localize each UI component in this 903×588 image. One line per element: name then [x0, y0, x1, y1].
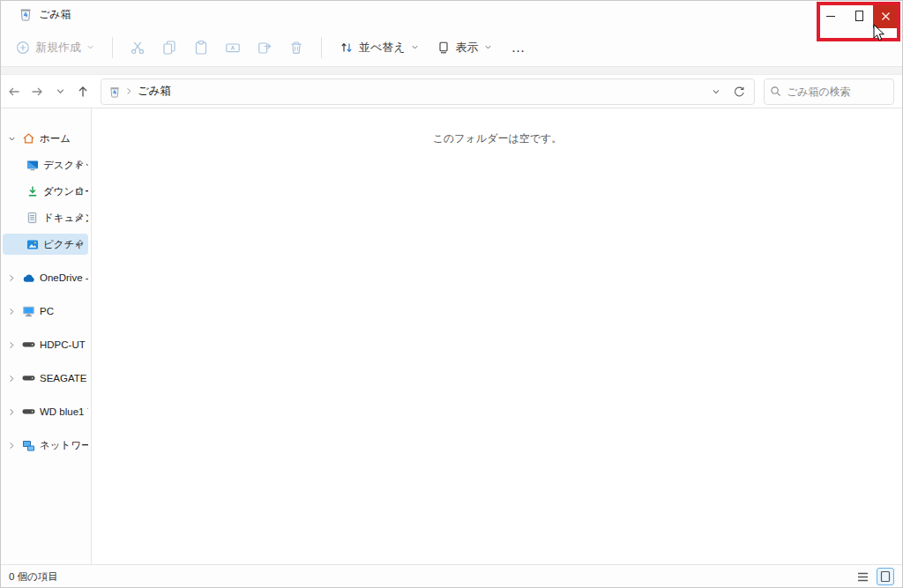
paste-button[interactable] [190, 35, 213, 60]
chevron-down-icon [56, 86, 65, 96]
search-box[interactable] [764, 78, 894, 105]
sort-button[interactable]: 並べ替え [332, 35, 426, 60]
close-button[interactable] [873, 4, 898, 28]
paste-icon [193, 40, 209, 56]
up-button[interactable] [72, 79, 93, 104]
search-icon [770, 86, 781, 97]
maximize-icon [855, 11, 863, 21]
window-body: ホーム デスクトップ [0, 108, 903, 564]
rename-icon [225, 40, 241, 56]
plus-circle-icon [16, 41, 30, 55]
share-icon [257, 40, 272, 56]
new-button-label: 新規作成 [35, 40, 81, 56]
toolbar-gap-strip [0, 67, 903, 75]
sidebar-item-label: ホーム [40, 132, 71, 145]
view-button-label: 表示 [456, 40, 479, 56]
downloads-icon [25, 185, 40, 197]
rename-button[interactable] [221, 35, 244, 60]
sidebar-item-label: HDPC-UT (F:) [40, 339, 88, 350]
navigation-sidebar: ホーム デスクトップ [0, 108, 92, 564]
chevron-down-icon [411, 43, 419, 51]
pin-icon [75, 186, 84, 195]
titlebar: ごみ箱 [0, 0, 903, 28]
home-icon [21, 132, 36, 145]
more-options-button[interactable]: … [503, 40, 535, 56]
onedrive-icon [21, 273, 36, 283]
arrow-right-icon [30, 85, 44, 99]
chevron-right-icon[interactable] [5, 308, 18, 316]
sidebar-item-drive-wd-blue[interactable]: WD blue1 750gb (P:) [3, 401, 88, 422]
recent-locations-button[interactable] [49, 79, 71, 104]
sidebar-item-onedrive[interactable]: OneDrive - Personal [3, 267, 88, 288]
pin-icon [75, 160, 84, 168]
refresh-button[interactable] [729, 81, 749, 102]
chevron-down-icon [484, 43, 492, 51]
sidebar-item-documents[interactable]: ドキュメント [3, 207, 88, 228]
copy-button[interactable] [158, 35, 181, 60]
view-button[interactable]: 表示 [429, 35, 499, 60]
sidebar-item-downloads[interactable]: ダウンロード [3, 181, 88, 202]
chevron-right-icon[interactable] [5, 274, 18, 282]
sidebar-item-label: ネットワーク [40, 439, 88, 452]
cut-button[interactable] [126, 35, 149, 60]
sidebar-item-label: OneDrive - Personal [40, 272, 88, 283]
chevron-right-icon[interactable] [5, 341, 18, 349]
chevron-right-icon[interactable] [5, 408, 18, 416]
new-button[interactable]: 新規作成 [9, 35, 101, 60]
pictures-icon [25, 239, 40, 250]
chevron-right-icon[interactable] [5, 442, 18, 450]
sidebar-item-pictures[interactable]: ピクチャ [3, 234, 88, 255]
sidebar-item-label: PC [40, 306, 54, 316]
minimize-icon [826, 16, 835, 17]
thumbnail-view-button[interactable] [877, 568, 894, 585]
chevron-down-icon [712, 87, 720, 96]
delete-button[interactable] [285, 35, 308, 60]
search-input[interactable] [787, 86, 888, 98]
sidebar-item-drive-hdpc-ut[interactable]: HDPC-UT (F:) [3, 334, 88, 355]
network-icon [21, 440, 36, 451]
sidebar-item-label: SEAGATE Black 1tb ( [40, 373, 88, 383]
hard-drive-icon [21, 375, 36, 382]
scissors-icon [130, 40, 146, 56]
forward-button[interactable] [26, 79, 48, 104]
chevron-down-icon[interactable] [5, 135, 18, 143]
documents-icon [25, 212, 40, 224]
address-row: ごみ箱 [0, 75, 903, 108]
window-title: ごみ箱 [39, 7, 71, 22]
breadcrumb-chevron-icon [125, 87, 132, 95]
recycle-bin-icon [19, 7, 32, 21]
back-button[interactable] [4, 79, 25, 104]
window-controls [817, 4, 898, 28]
maximize-button[interactable] [845, 4, 873, 28]
item-count: 0 個の項目 [9, 570, 58, 584]
share-button[interactable] [253, 35, 276, 60]
arrow-left-icon [7, 85, 21, 99]
details-view-icon [857, 572, 869, 582]
sidebar-item-drive-seagate[interactable]: SEAGATE Black 1tb ( [3, 368, 88, 389]
chevron-right-icon[interactable] [5, 375, 18, 383]
view-toggles [854, 568, 894, 585]
sidebar-item-label: WD blue1 750gb (P:) [40, 406, 88, 417]
trash-icon [288, 40, 304, 56]
breadcrumb-item[interactable]: ごみ箱 [138, 84, 171, 99]
sidebar-item-desktop[interactable]: デスクトップ [3, 154, 88, 175]
sidebar-item-pc[interactable]: PC [3, 301, 88, 322]
address-dropdown-button[interactable] [706, 81, 726, 102]
command-toolbar: 新規作成 [0, 28, 903, 67]
close-icon [881, 11, 891, 21]
minimize-button[interactable] [817, 4, 845, 28]
sidebar-item-network[interactable]: ネットワーク [3, 435, 88, 456]
file-explorer-window: ごみ箱 新規作成 [0, 0, 903, 588]
folder-content-area[interactable]: このフォルダーは空です。 [92, 108, 903, 564]
address-bar[interactable]: ごみ箱 [101, 78, 755, 105]
view-layout-icon [437, 41, 451, 55]
arrow-up-icon [76, 85, 90, 99]
details-view-button[interactable] [854, 568, 871, 585]
sidebar-item-home[interactable]: ホーム [3, 128, 88, 149]
thumbnail-view-icon [880, 570, 891, 583]
hard-drive-icon [21, 341, 36, 348]
pc-icon [21, 305, 36, 317]
toolbar-separator [321, 37, 322, 58]
pin-icon [75, 239, 84, 248]
empty-folder-message: このフォルダーは空です。 [433, 131, 563, 146]
